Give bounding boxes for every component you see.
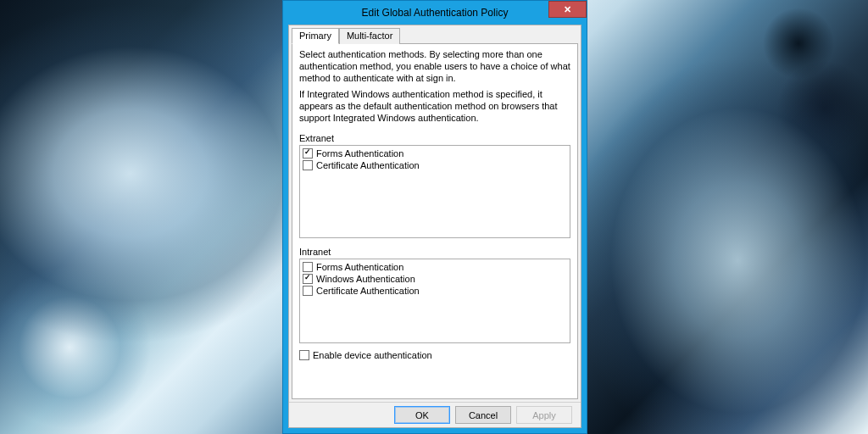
titlebar[interactable]: Edit Global Authentication Policy ✕ — [283, 1, 587, 25]
intranet-item-certificate[interactable]: Certificate Authentication — [303, 285, 567, 297]
apply-button: Apply — [516, 406, 572, 424]
dialog-edit-global-authentication-policy: Edit Global Authentication Policy ✕ Prim… — [282, 0, 587, 434]
enable-device-authentication-label: Enable device authentication — [313, 350, 432, 360]
extranet-item-label: Forms Authentication — [316, 147, 403, 159]
close-button[interactable]: ✕ — [548, 1, 587, 18]
tabstrip: Primary Multi-factor — [289, 26, 581, 44]
description-1: Select authentication methods. By select… — [299, 49, 570, 84]
spacer — [299, 360, 570, 392]
listbox-intranet[interactable]: Forms Authentication Windows Authenticat… — [299, 259, 570, 343]
tab-primary-label: Primary — [299, 31, 331, 41]
checkbox-icon[interactable] — [303, 160, 313, 170]
tab-multifactor[interactable]: Multi-factor — [339, 28, 400, 44]
extranet-item-label: Certificate Authentication — [316, 159, 420, 171]
checkbox-icon[interactable] — [303, 274, 313, 284]
intranet-item-label: Certificate Authentication — [316, 285, 420, 297]
cancel-button-label: Cancel — [469, 410, 498, 420]
group-label-intranet: Intranet — [299, 247, 570, 257]
dialog-title: Edit Global Authentication Policy — [362, 7, 509, 19]
intranet-item-label: Forms Authentication — [316, 261, 403, 273]
extranet-item-forms[interactable]: Forms Authentication — [303, 147, 567, 159]
enable-device-authentication-row[interactable]: Enable device authentication — [299, 350, 570, 360]
dialog-body: Primary Multi-factor Select authenticati… — [288, 25, 581, 428]
tab-primary[interactable]: Primary — [292, 28, 339, 44]
ok-button-label: OK — [415, 410, 429, 420]
listbox-extranet[interactable]: Forms Authentication Certificate Authent… — [299, 145, 570, 238]
ok-button[interactable]: OK — [394, 406, 450, 424]
cancel-button[interactable]: Cancel — [455, 406, 511, 424]
description-2: If Integrated Windows authentication met… — [299, 89, 570, 124]
tab-multifactor-label: Multi-factor — [347, 31, 392, 41]
intranet-item-forms[interactable]: Forms Authentication — [303, 261, 567, 273]
close-icon: ✕ — [564, 4, 571, 15]
dialog-button-row: OK Cancel Apply — [289, 402, 581, 427]
apply-button-label: Apply — [532, 410, 556, 420]
checkbox-icon[interactable] — [303, 148, 313, 159]
checkbox-icon[interactable] — [299, 350, 309, 360]
extranet-item-certificate[interactable]: Certificate Authentication — [303, 159, 567, 171]
group-label-extranet: Extranet — [299, 133, 570, 143]
checkbox-icon[interactable] — [303, 286, 313, 296]
checkbox-icon[interactable] — [303, 262, 313, 272]
intranet-item-windows[interactable]: Windows Authentication — [303, 273, 567, 285]
intranet-item-label: Windows Authentication — [316, 273, 415, 285]
tab-page-primary: Select authentication methods. By select… — [292, 43, 578, 399]
